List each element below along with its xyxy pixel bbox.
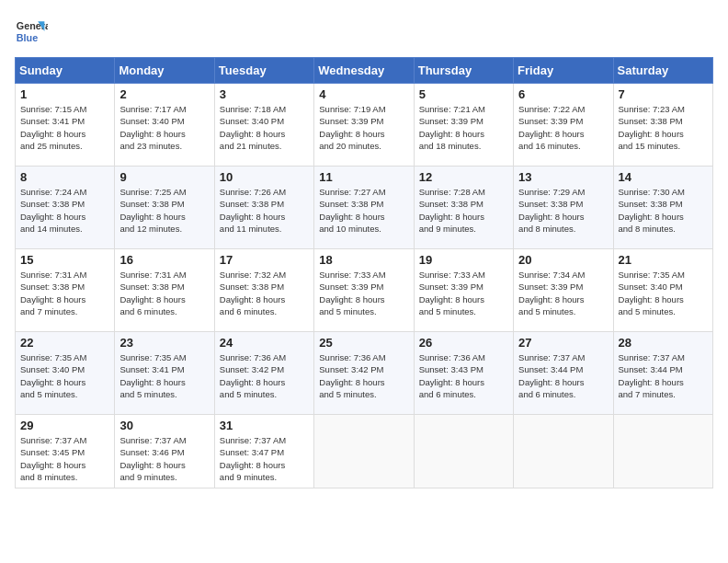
day-number: 17 xyxy=(220,253,309,267)
day-number: 11 xyxy=(319,170,408,184)
calendar-cell: 26Sunrise: 7:36 AMSunset: 3:43 PMDayligh… xyxy=(414,332,513,415)
day-number: 22 xyxy=(20,336,109,350)
calendar-cell: 21Sunrise: 7:35 AMSunset: 3:40 PMDayligh… xyxy=(613,249,712,332)
day-number: 31 xyxy=(220,419,309,432)
svg-text:Blue: Blue xyxy=(17,32,38,43)
day-info: Sunrise: 7:30 AMSunset: 3:38 PMDaylight:… xyxy=(619,186,708,235)
calendar-cell: 12Sunrise: 7:28 AMSunset: 3:38 PMDayligh… xyxy=(414,167,513,249)
day-number: 7 xyxy=(619,87,708,101)
calendar-cell: 4Sunrise: 7:19 AMSunset: 3:39 PMDaylight… xyxy=(314,84,414,167)
day-number: 18 xyxy=(319,253,408,267)
calendar-cell: 23Sunrise: 7:35 AMSunset: 3:41 PMDayligh… xyxy=(115,332,214,415)
day-number: 5 xyxy=(419,87,508,101)
day-info: Sunrise: 7:31 AMSunset: 3:38 PMDaylight:… xyxy=(119,269,209,317)
day-number: 15 xyxy=(20,253,109,267)
day-info: Sunrise: 7:35 AMSunset: 3:40 PMDaylight:… xyxy=(619,269,708,317)
day-info: Sunrise: 7:17 AMSunset: 3:40 PMDaylight:… xyxy=(119,103,209,152)
calendar-table: SundayMondayTuesdayWednesdayThursdayFrid… xyxy=(15,57,713,488)
day-number: 23 xyxy=(119,336,209,350)
calendar-cell: 22Sunrise: 7:35 AMSunset: 3:40 PMDayligh… xyxy=(16,332,115,415)
logo-icon: General Blue xyxy=(15,15,48,48)
calendar-cell: 14Sunrise: 7:30 AMSunset: 3:38 PMDayligh… xyxy=(613,167,712,249)
day-number: 1 xyxy=(20,87,109,101)
day-number: 29 xyxy=(20,419,109,432)
calendar-cell: 8Sunrise: 7:24 AMSunset: 3:38 PMDaylight… xyxy=(16,167,115,249)
day-number: 25 xyxy=(319,336,408,350)
day-info: Sunrise: 7:37 AMSunset: 3:46 PMDaylight:… xyxy=(119,434,209,483)
calendar-cell: 28Sunrise: 7:37 AMSunset: 3:44 PMDayligh… xyxy=(613,332,712,415)
day-number: 8 xyxy=(20,170,109,184)
calendar-cell: 31Sunrise: 7:37 AMSunset: 3:47 PMDayligh… xyxy=(214,415,313,488)
day-number: 16 xyxy=(119,253,209,267)
calendar-cell: 5Sunrise: 7:21 AMSunset: 3:39 PMDaylight… xyxy=(414,84,513,167)
day-info: Sunrise: 7:21 AMSunset: 3:39 PMDaylight:… xyxy=(419,103,508,152)
calendar-cell: 30Sunrise: 7:37 AMSunset: 3:46 PMDayligh… xyxy=(115,415,214,488)
day-info: Sunrise: 7:36 AMSunset: 3:43 PMDaylight:… xyxy=(419,351,508,400)
day-number: 28 xyxy=(619,336,708,350)
day-number: 6 xyxy=(518,87,608,101)
day-info: Sunrise: 7:18 AMSunset: 3:40 PMDaylight:… xyxy=(220,103,309,152)
day-info: Sunrise: 7:37 AMSunset: 3:45 PMDaylight:… xyxy=(20,434,109,483)
weekday-header-thursday: Thursday xyxy=(414,58,513,84)
weekday-header-tuesday: Tuesday xyxy=(214,58,313,84)
calendar-cell: 20Sunrise: 7:34 AMSunset: 3:39 PMDayligh… xyxy=(514,249,613,332)
day-info: Sunrise: 7:28 AMSunset: 3:38 PMDaylight:… xyxy=(419,186,508,235)
calendar-cell: 6Sunrise: 7:22 AMSunset: 3:39 PMDaylight… xyxy=(514,84,613,167)
day-number: 24 xyxy=(220,336,309,350)
day-info: Sunrise: 7:26 AMSunset: 3:38 PMDaylight:… xyxy=(220,186,309,235)
calendar-cell: 16Sunrise: 7:31 AMSunset: 3:38 PMDayligh… xyxy=(115,249,214,332)
calendar-cell: 1Sunrise: 7:15 AMSunset: 3:41 PMDaylight… xyxy=(16,84,115,167)
day-number: 2 xyxy=(119,87,209,101)
day-info: Sunrise: 7:37 AMSunset: 3:44 PMDaylight:… xyxy=(619,351,708,400)
day-number: 4 xyxy=(319,87,408,101)
logo: General Blue xyxy=(15,15,51,48)
day-number: 3 xyxy=(220,87,309,101)
day-info: Sunrise: 7:22 AMSunset: 3:39 PMDaylight:… xyxy=(518,103,608,152)
day-info: Sunrise: 7:32 AMSunset: 3:38 PMDaylight:… xyxy=(220,269,309,317)
calendar-cell: 18Sunrise: 7:33 AMSunset: 3:39 PMDayligh… xyxy=(314,249,414,332)
calendar-cell: 29Sunrise: 7:37 AMSunset: 3:45 PMDayligh… xyxy=(16,415,115,488)
day-number: 14 xyxy=(619,170,708,184)
day-info: Sunrise: 7:15 AMSunset: 3:41 PMDaylight:… xyxy=(20,103,109,152)
weekday-header-sunday: Sunday xyxy=(16,58,115,84)
weekday-header-monday: Monday xyxy=(115,58,214,84)
calendar-cell: 9Sunrise: 7:25 AMSunset: 3:38 PMDaylight… xyxy=(115,167,214,249)
day-info: Sunrise: 7:27 AMSunset: 3:38 PMDaylight:… xyxy=(319,186,408,235)
calendar-cell: 3Sunrise: 7:18 AMSunset: 3:40 PMDaylight… xyxy=(214,84,313,167)
day-number: 27 xyxy=(518,336,608,350)
weekday-header-wednesday: Wednesday xyxy=(314,58,414,84)
day-info: Sunrise: 7:34 AMSunset: 3:39 PMDaylight:… xyxy=(518,269,608,317)
day-info: Sunrise: 7:19 AMSunset: 3:39 PMDaylight:… xyxy=(319,103,408,152)
day-info: Sunrise: 7:33 AMSunset: 3:39 PMDaylight:… xyxy=(419,269,508,317)
day-number: 19 xyxy=(419,253,508,267)
calendar-cell xyxy=(414,415,513,488)
calendar-cell xyxy=(514,415,613,488)
calendar-cell: 19Sunrise: 7:33 AMSunset: 3:39 PMDayligh… xyxy=(414,249,513,332)
day-info: Sunrise: 7:24 AMSunset: 3:38 PMDaylight:… xyxy=(20,186,109,235)
calendar-cell: 24Sunrise: 7:36 AMSunset: 3:42 PMDayligh… xyxy=(214,332,313,415)
calendar-cell xyxy=(314,415,414,488)
calendar-cell: 11Sunrise: 7:27 AMSunset: 3:38 PMDayligh… xyxy=(314,167,414,249)
day-number: 20 xyxy=(518,253,608,267)
calendar-cell: 17Sunrise: 7:32 AMSunset: 3:38 PMDayligh… xyxy=(214,249,313,332)
calendar-cell: 2Sunrise: 7:17 AMSunset: 3:40 PMDaylight… xyxy=(115,84,214,167)
header: General Blue xyxy=(15,15,713,48)
day-info: Sunrise: 7:25 AMSunset: 3:38 PMDaylight:… xyxy=(119,186,209,235)
calendar-cell: 25Sunrise: 7:36 AMSunset: 3:42 PMDayligh… xyxy=(314,332,414,415)
day-info: Sunrise: 7:23 AMSunset: 3:38 PMDaylight:… xyxy=(619,103,708,152)
day-number: 10 xyxy=(220,170,309,184)
day-number: 9 xyxy=(119,170,209,184)
day-number: 13 xyxy=(518,170,608,184)
day-info: Sunrise: 7:37 AMSunset: 3:47 PMDaylight:… xyxy=(220,434,309,483)
day-number: 21 xyxy=(619,253,708,267)
weekday-header-friday: Friday xyxy=(514,58,613,84)
calendar-cell: 27Sunrise: 7:37 AMSunset: 3:44 PMDayligh… xyxy=(514,332,613,415)
day-info: Sunrise: 7:35 AMSunset: 3:41 PMDaylight:… xyxy=(119,351,209,400)
day-info: Sunrise: 7:36 AMSunset: 3:42 PMDaylight:… xyxy=(220,351,309,400)
calendar-cell: 13Sunrise: 7:29 AMSunset: 3:38 PMDayligh… xyxy=(514,167,613,249)
day-info: Sunrise: 7:36 AMSunset: 3:42 PMDaylight:… xyxy=(319,351,408,400)
weekday-header-saturday: Saturday xyxy=(613,58,712,84)
calendar-cell: 10Sunrise: 7:26 AMSunset: 3:38 PMDayligh… xyxy=(214,167,313,249)
day-info: Sunrise: 7:31 AMSunset: 3:38 PMDaylight:… xyxy=(20,269,109,317)
weekday-header-row: SundayMondayTuesdayWednesdayThursdayFrid… xyxy=(16,58,713,84)
